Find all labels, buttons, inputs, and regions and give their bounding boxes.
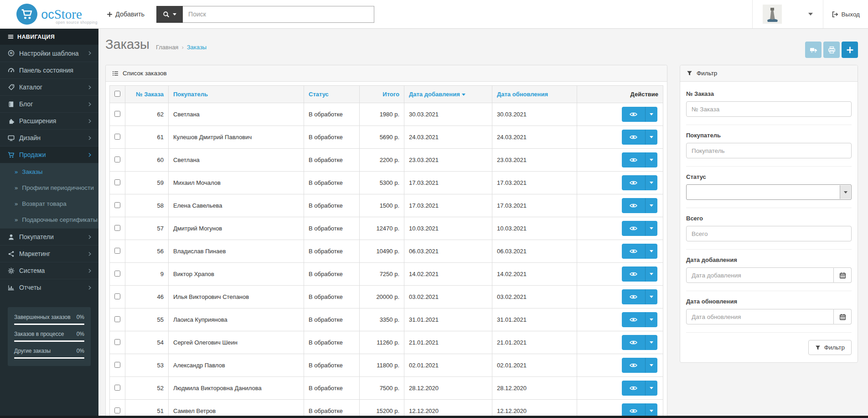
caret-down-icon [650, 273, 653, 275]
cart-icon [8, 152, 19, 158]
sidebar-subitem-recurring-profiles[interactable]: » Профили периодичности [0, 180, 98, 196]
user-icon [8, 234, 19, 240]
order-actions-dropdown[interactable] [646, 152, 657, 167]
column-sort-date-added[interactable]: Дата добавления [409, 91, 460, 98]
sidebar-item-design[interactable]: Дизайн [0, 129, 98, 146]
row-checkbox[interactable] [114, 134, 120, 140]
order-actions-dropdown[interactable] [646, 266, 657, 282]
sidebar-item-reports[interactable]: Отчеты [0, 279, 98, 296]
chevron-right-icon [87, 152, 93, 158]
logo[interactable]: ocStore open source shopping [0, 0, 98, 28]
column-sort-date-modified[interactable]: Дата обновления [497, 91, 548, 98]
view-order-button[interactable] [622, 198, 646, 213]
filter-date-added-input[interactable] [686, 267, 834, 283]
cell-customer: Самвел Ветров [169, 400, 304, 418]
view-order-button[interactable] [622, 289, 646, 304]
view-order-button[interactable] [622, 244, 646, 259]
stat-progress-bar [14, 340, 84, 342]
row-checkbox[interactable] [114, 225, 120, 231]
cell-order-id: 61 [125, 126, 169, 149]
list-icon [112, 70, 119, 77]
shipping-list-button[interactable] [805, 42, 822, 58]
row-checkbox[interactable] [114, 362, 120, 368]
filter-order-id-input[interactable] [686, 101, 852, 117]
cell-date-added: 17.03.2021 [404, 194, 492, 217]
view-order-button[interactable] [622, 335, 646, 350]
filter-total-input[interactable] [686, 226, 852, 241]
row-checkbox[interactable] [114, 293, 120, 299]
add-order-button[interactable] [842, 42, 858, 58]
filter-icon [815, 345, 821, 350]
search-input[interactable] [183, 6, 374, 23]
sidebar-item-catalog[interactable]: Каталог [0, 78, 98, 95]
sidebar-item-customers[interactable]: Покупатели [0, 228, 98, 245]
apply-filter-button[interactable]: Фильтр [808, 340, 852, 355]
sidebar-item-dashboard[interactable]: Панель состояния [0, 62, 98, 78]
select-all-checkbox[interactable] [114, 91, 120, 97]
date-added-calendar-button[interactable] [834, 267, 852, 283]
view-order-button[interactable] [622, 152, 646, 167]
order-actions-dropdown[interactable] [646, 107, 657, 122]
view-order-button[interactable] [622, 130, 646, 145]
row-checkbox[interactable] [114, 179, 120, 185]
order-actions-dropdown[interactable] [646, 381, 657, 396]
cell-date-modified: 17.03.2021 [492, 194, 577, 217]
column-sort-customer[interactable]: Покупатель [173, 91, 208, 98]
filter-date-modified-input[interactable] [686, 309, 834, 324]
order-actions-dropdown[interactable] [646, 358, 657, 373]
view-order-button[interactable] [622, 381, 646, 396]
row-checkbox[interactable] [114, 111, 120, 117]
column-sort-order-id[interactable]: № Заказа [136, 91, 164, 98]
logout-button[interactable]: Выход [823, 0, 868, 28]
row-checkbox[interactable] [114, 248, 120, 254]
filter-customer-input[interactable] [686, 143, 852, 158]
date-modified-calendar-button[interactable] [834, 309, 852, 324]
filter-status-select[interactable] [686, 184, 852, 200]
breadcrumb-home[interactable]: Главная [156, 44, 178, 51]
row-checkbox[interactable] [114, 385, 120, 391]
order-actions-dropdown[interactable] [646, 244, 657, 259]
row-checkbox[interactable] [114, 339, 120, 345]
row-checkbox[interactable] [114, 408, 120, 413]
order-actions-dropdown[interactable] [646, 335, 657, 350]
order-actions-dropdown[interactable] [646, 175, 657, 190]
row-checkbox[interactable] [114, 271, 120, 277]
cell-total: 1500 р. [360, 194, 404, 217]
sidebar-subitem-gift-vouchers[interactable]: » Подарочные сертификаты [0, 212, 98, 228]
order-actions-dropdown[interactable] [646, 289, 657, 304]
order-actions-dropdown[interactable] [646, 198, 657, 213]
view-order-button[interactable] [622, 266, 646, 282]
cell-status: В обработке [304, 172, 360, 194]
view-order-button[interactable] [622, 175, 646, 190]
row-checkbox[interactable] [114, 316, 120, 322]
row-checkbox[interactable] [114, 202, 120, 208]
column-sort-status[interactable]: Статус [309, 91, 329, 98]
cell-order-id: 62 [125, 103, 169, 126]
breadcrumb-current[interactable]: Заказы [187, 44, 207, 51]
sidebar-subitem-orders[interactable]: » Заказы [0, 164, 98, 180]
sidebar-item-marketing[interactable]: Маркетинг [0, 245, 98, 262]
sidebar-item-sales[interactable]: Продажи [0, 146, 98, 163]
sidebar-item-extensions[interactable]: Расширения [0, 112, 98, 129]
order-actions-dropdown[interactable] [646, 130, 657, 145]
cell-customer: Елена Савельева [169, 194, 304, 217]
search-button[interactable] [156, 6, 183, 23]
sidebar-item-system[interactable]: Система [0, 262, 98, 279]
sidebar-item-blog[interactable]: Блог [0, 95, 98, 112]
cell-date-modified: 17.03.2021 [492, 172, 577, 194]
column-sort-total[interactable]: Итого [382, 91, 399, 98]
sidebar-subitem-returns[interactable]: » Возврат товара [0, 196, 98, 212]
stat-progress-bar [14, 357, 84, 359]
tags-icon [8, 84, 19, 91]
order-actions-dropdown[interactable] [646, 312, 657, 327]
user-menu[interactable] [752, 0, 823, 28]
view-order-button[interactable] [622, 107, 646, 122]
view-order-button[interactable] [622, 221, 646, 236]
row-checkbox[interactable] [114, 157, 120, 162]
sidebar-item-template-settings[interactable]: Настройки шаблона [0, 45, 98, 62]
view-order-button[interactable] [622, 358, 646, 373]
order-actions-dropdown[interactable] [646, 221, 657, 236]
view-order-button[interactable] [622, 312, 646, 327]
add-button[interactable]: Добавить [107, 10, 145, 18]
print-invoice-button[interactable] [823, 42, 840, 58]
